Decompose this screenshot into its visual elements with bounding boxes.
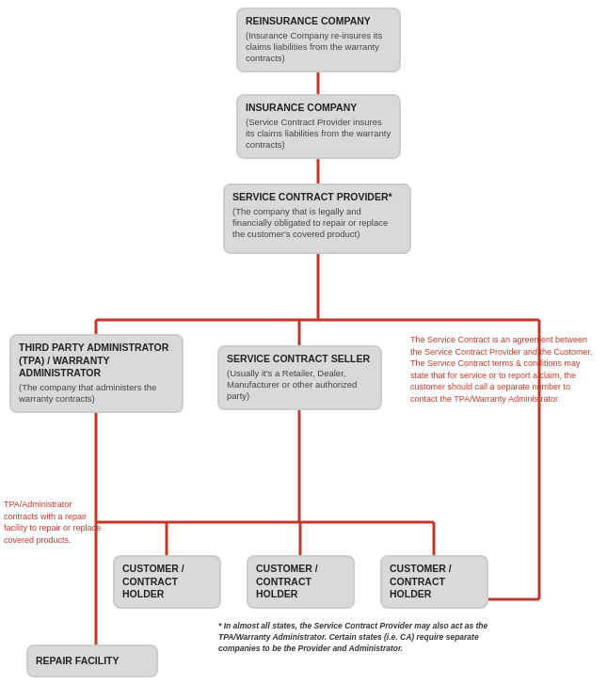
- diagram-container: REINSURANCE COMPANY (Insurance Company r…: [0, 0, 607, 700]
- customer1-title: CUSTOMER / CONTRACT HOLDER: [122, 563, 212, 601]
- service-contract-seller-desc: (Usually it's a Retailer, Dealer, Manufa…: [227, 368, 373, 403]
- customer2-title: CUSTOMER / CONTRACT HOLDER: [256, 563, 345, 601]
- reinsurance-box: REINSURANCE COMPANY (Insurance Company r…: [236, 8, 401, 72]
- service-contract-provider-title: SERVICE CONTRACT PROVIDER*: [232, 191, 402, 204]
- footnote: * In almost all states, the Service Cont…: [218, 621, 501, 655]
- reinsurance-desc: (Insurance Company re-insures its claims…: [246, 30, 391, 65]
- tpa-title: THIRD PARTY ADMINISTRATOR (TPA) / WARRAN…: [19, 342, 174, 380]
- service-contract-seller-box: SERVICE CONTRACT SELLER (Usually it's a …: [217, 345, 382, 410]
- tpa-desc: (The company that administers the warran…: [19, 382, 174, 406]
- customer1-box: CUSTOMER / CONTRACT HOLDER: [113, 555, 221, 609]
- footnote-text: In almost all states, the Service Contra…: [218, 621, 487, 653]
- repair-facility-title: REPAIR FACILITY: [36, 655, 119, 668]
- service-contract-provider-desc: (The company that is legally and financi…: [232, 206, 402, 241]
- service-contract-seller-title: SERVICE CONTRACT SELLER: [227, 353, 373, 366]
- repair-facility-box: REPAIR FACILITY: [26, 644, 158, 677]
- service-contract-note: The Service Contract is an agreement bet…: [410, 334, 599, 406]
- insurance-desc: (Service Contract Provider insures its c…: [246, 117, 391, 151]
- customer3-box: CUSTOMER / CONTRACT HOLDER: [380, 555, 488, 609]
- customer3-title: CUSTOMER / CONTRACT HOLDER: [390, 563, 479, 601]
- customer2-box: CUSTOMER / CONTRACT HOLDER: [247, 555, 355, 609]
- reinsurance-title: REINSURANCE COMPANY: [246, 15, 391, 28]
- tpa-note: TPA/Administrator contracts with a repai…: [4, 499, 107, 546]
- insurance-title: INSURANCE COMPANY: [246, 102, 391, 115]
- insurance-box: INSURANCE COMPANY (Service Contract Prov…: [236, 94, 401, 159]
- service-contract-provider-box: SERVICE CONTRACT PROVIDER* (The company …: [223, 183, 411, 254]
- tpa-box: THIRD PARTY ADMINISTRATOR (TPA) / WARRAN…: [9, 334, 184, 413]
